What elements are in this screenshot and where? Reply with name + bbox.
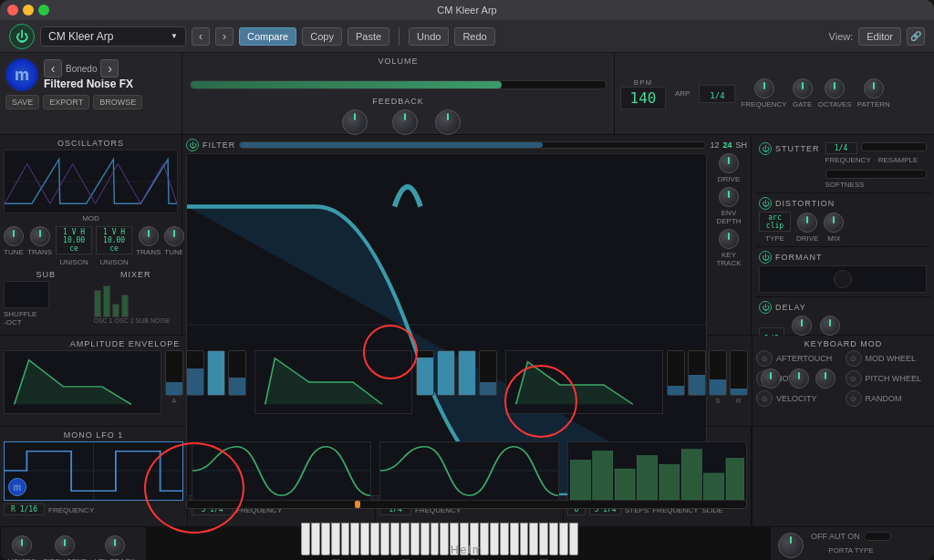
- volume-label: VOLUME: [190, 57, 607, 66]
- close-button[interactable]: [7, 5, 18, 16]
- osc1-display[interactable]: 1 V H10.00 ce: [56, 226, 92, 254]
- distortion-drive-knob[interactable]: [797, 213, 817, 233]
- random-label: RANDOM: [866, 394, 902, 403]
- volume-slider[interactable]: [190, 80, 607, 89]
- stutter-power[interactable]: ⏻: [759, 142, 772, 155]
- editor-view-button[interactable]: Editor: [858, 27, 901, 46]
- filter-power[interactable]: ⏻: [186, 139, 199, 151]
- delay-feedb-knob[interactable]: [792, 316, 812, 336]
- main-window: CM Kleer Arp ⏻ CM Kleer Arp ▼ ‹ › Compar…: [0, 0, 934, 560]
- arp-tempo-display[interactable]: 1/4: [699, 85, 735, 103]
- copy-button[interactable]: Copy: [302, 27, 342, 46]
- poly-lfo-display: [379, 441, 559, 501]
- feedback-label: FEEDBACK: [190, 97, 607, 106]
- aftertouch-item: ⊙ AFTERTOUCH: [756, 350, 842, 367]
- bpm-display[interactable]: 140: [620, 87, 666, 109]
- legato-toggle[interactable]: [864, 532, 891, 541]
- random-item: ⊙ RANDOM: [846, 390, 931, 407]
- svg-rect-19: [659, 464, 680, 500]
- transpose-knob[interactable]: [342, 109, 368, 135]
- save-button[interactable]: SAVE: [5, 95, 39, 109]
- delay-mix-knob[interactable]: [820, 316, 840, 336]
- export-button[interactable]: EXPORT: [43, 95, 89, 109]
- drive-knob[interactable]: [719, 153, 739, 173]
- preset-area: m ‹ Bonedo › Filtered Noise FX SAVE EXPO…: [0, 53, 182, 134]
- browse-button[interactable]: BROWSE: [93, 95, 142, 109]
- amp-env-display: [4, 350, 161, 414]
- sub-mixer-section: SUB SHUFFLE -OCT MIXER: [4, 270, 178, 327]
- preset-next[interactable]: ›: [100, 59, 119, 78]
- oscillators-title: OSCILLATORS: [4, 139, 178, 148]
- preset-selector[interactable]: CM Kleer Arp ▼: [40, 26, 186, 47]
- arp-gate-knob[interactable]: [793, 78, 813, 99]
- arp-label: ARP: [675, 89, 690, 98]
- aftertouch-icon: ⊙: [756, 350, 773, 367]
- amp-release-slider[interactable]: [228, 350, 246, 396]
- osc2-display[interactable]: 1 V H10.00 ce: [96, 226, 132, 254]
- mod-label: MOD: [4, 214, 178, 223]
- amount-knob[interactable]: [435, 109, 461, 135]
- osc-tune-knob[interactable]: [4, 226, 24, 246]
- formant-power[interactable]: ⏻: [759, 251, 772, 264]
- compare-button[interactable]: Compare: [239, 27, 296, 46]
- arp-frequency-group: FREQUENCY: [741, 78, 786, 109]
- arp-octaves-knob[interactable]: [825, 78, 845, 99]
- svg-rect-17: [615, 469, 635, 500]
- mod-release-slider[interactable]: [730, 350, 748, 396]
- stutter-freq-display[interactable]: 1/4: [825, 142, 857, 154]
- filter-section: ⏻ FILTER 12 24 SH: [182, 135, 752, 335]
- arp-gate-label: GATE: [793, 100, 812, 109]
- amp-attack-slider[interactable]: [165, 350, 183, 396]
- filter-sustain-slider[interactable]: [458, 350, 476, 396]
- mod-env-display: [505, 350, 663, 414]
- osc-trans2-knob[interactable]: [139, 226, 159, 246]
- key-track-knob[interactable]: [719, 229, 739, 249]
- redo-button[interactable]: Redo: [454, 27, 494, 46]
- window-controls: [7, 5, 49, 16]
- power-button[interactable]: ⏻: [9, 24, 35, 49]
- env-depth-knob[interactable]: [719, 187, 739, 207]
- velocity-label: VELOCITY: [776, 394, 817, 403]
- filter-decay-slider[interactable]: [437, 350, 455, 396]
- arp-pattern-knob[interactable]: [864, 78, 884, 99]
- distortion-power[interactable]: ⏻: [759, 197, 772, 210]
- distortion-box: ⏻ DISTORTION arc clip TYPE DRIVE: [755, 193, 930, 247]
- amp-sustain-slider[interactable]: [207, 350, 225, 396]
- mono-lfo2-panel: MONO LFO 2 S 1/4 FREQUENCY: [188, 427, 376, 526]
- nav-prev-button[interactable]: ‹: [192, 27, 210, 46]
- mod-attack-slider[interactable]: [667, 350, 685, 396]
- velocity-icon: ⊙: [756, 390, 773, 407]
- nav-next-button[interactable]: ›: [215, 27, 234, 46]
- tune-knob[interactable]: [392, 109, 418, 135]
- link-button[interactable]: 🔗: [907, 27, 925, 46]
- kmod-grid: ⊙ AFTERTOUCH ⊙ MOD WHEEL ⊙ NOTE ⊙ PITCH …: [756, 350, 930, 407]
- filter-release-slider[interactable]: [479, 350, 497, 396]
- helm-label: Helm: [0, 544, 934, 556]
- arp-pattern-label: PATTERN: [857, 100, 890, 109]
- osc-trans-knob[interactable]: [30, 226, 50, 246]
- osc-tune2-knob[interactable]: [164, 226, 184, 246]
- maximize-button[interactable]: [38, 5, 49, 16]
- delay-power[interactable]: ⏻: [759, 301, 772, 314]
- undo-button[interactable]: Undo: [409, 27, 449, 46]
- distortion-mix-knob[interactable]: [824, 213, 844, 233]
- svg-rect-18: [638, 456, 658, 500]
- svg-rect-16: [593, 451, 613, 500]
- svg-rect-12: [380, 442, 558, 500]
- paste-button[interactable]: Paste: [348, 27, 389, 46]
- amp-decay-slider[interactable]: [186, 350, 204, 396]
- random-icon: ⊙: [846, 390, 862, 407]
- distortion-type[interactable]: arc clip: [759, 212, 791, 232]
- preset-info: ‹ Bonedo › Filtered Noise FX: [44, 59, 176, 90]
- mono-lfo2-display: [192, 441, 371, 501]
- svg-rect-20: [681, 450, 701, 500]
- drive-knob-group: DRIVE: [711, 153, 747, 183]
- minimize-button[interactable]: [23, 5, 34, 16]
- mod-sustain-slider[interactable]: [709, 350, 727, 396]
- lfo1-rate[interactable]: R 1/16: [4, 503, 45, 515]
- mod-decay-slider[interactable]: [688, 350, 706, 396]
- filter-attack-slider[interactable]: [416, 350, 434, 396]
- arp-frequency-knob[interactable]: [754, 78, 774, 99]
- reverb-mix-knob[interactable]: [815, 368, 835, 389]
- preset-prev[interactable]: ‹: [44, 59, 62, 78]
